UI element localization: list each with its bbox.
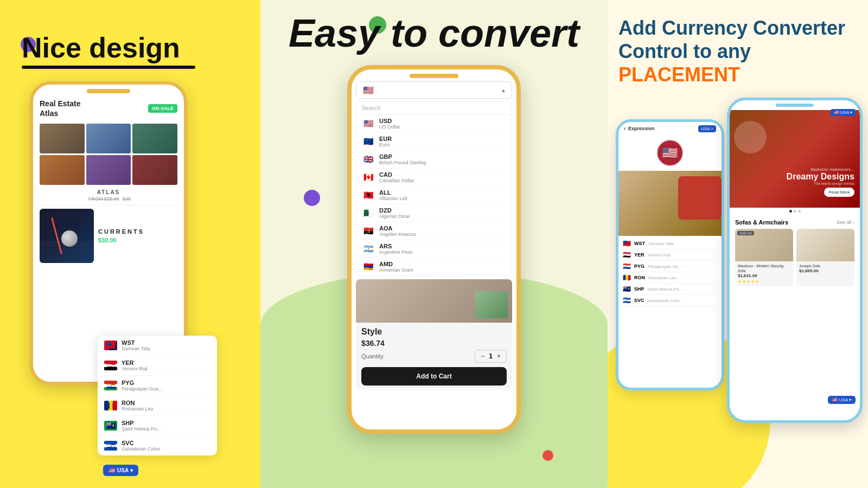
list-item-usd[interactable]: 🇺🇸 USD US Dollar xyxy=(356,115,512,133)
star-icon: ★ xyxy=(755,279,759,284)
yer-info: YER Yemeni Rial xyxy=(122,359,148,371)
sofa-image-1: Sold Out xyxy=(735,229,793,261)
currency-row-yer: 🇾🇪 YER Yemeni Rial xyxy=(98,356,217,376)
add-to-cart-button[interactable]: Add to Cart xyxy=(361,367,507,386)
sofa-card-1: Sold Out Maximus - Modern Slouchy Sofa $… xyxy=(735,229,793,286)
shp-name: Saint Helena Po... xyxy=(122,426,161,432)
yer-code: YER xyxy=(122,359,148,366)
panel1-title: Nice design xyxy=(22,33,195,69)
usa-button-right-top[interactable]: 🇺🇸 USA ▾ xyxy=(831,109,856,116)
chevron-up-icon: ▲ xyxy=(501,87,506,93)
name-pyg-small: Paraguayan Gu... xyxy=(648,264,682,269)
phone3-right-notch xyxy=(776,104,814,107)
code-pyg-small: PYG xyxy=(634,264,644,269)
back-arrow-icon[interactable]: ‹ xyxy=(624,125,626,132)
currency-list: Search 🇺🇸 USD US Dollar 🇪🇺 EUR Euro xyxy=(356,101,512,276)
bedroom-image-left xyxy=(618,171,722,236)
sofa-image-2 xyxy=(796,229,854,261)
list-item-aoa[interactable]: 🇦🇴 AOA Angolan Kwanza xyxy=(356,222,512,240)
cad-info: CAD Canadian Dollar xyxy=(379,171,414,183)
list-item-eur[interactable]: 🇪🇺 EUR Euro xyxy=(356,133,512,151)
dreamy-subtitle: The latest design trends xyxy=(787,182,854,185)
dot-3 xyxy=(798,210,801,213)
panel1: Nice design Real EstateAtlas ON SALE ATL… xyxy=(0,0,260,488)
currency-row-svc: 🇸🇻 SVC Salvadoran Colon xyxy=(98,436,217,455)
svc-name: Salvadoran Colon xyxy=(122,446,161,452)
see-all-link[interactable]: See all › xyxy=(837,220,854,225)
currency-list-small: 🇼🇸 WST Samoan Tala 🇾🇪 YER Yemeni Rial 🇵🇾… xyxy=(618,236,722,309)
atlas-price-old: $35 xyxy=(123,196,131,202)
currents-price-row: $30.00 xyxy=(98,237,177,243)
panel3-title: Add Currency Converter Control to any PL… xyxy=(618,16,857,87)
expression-label: Expression xyxy=(628,126,655,131)
quantity-decrease-button[interactable]: − xyxy=(481,352,484,360)
flag-svc: 🇸🇻 xyxy=(104,441,117,451)
currents-label: CURRENTS xyxy=(98,228,177,235)
list-item-dzd[interactable]: 🇩🇿 DZD Algerian Dinar xyxy=(356,204,512,222)
product-area: Style $36.74 Quantity − 1 + Add to Cart xyxy=(356,279,512,390)
wst-code: WST xyxy=(122,339,150,346)
flag-us-header: 🇺🇸 xyxy=(362,85,375,95)
all-info: ALL Albanian Lek xyxy=(379,189,407,201)
name-svc-small: Salvadoran Colo... xyxy=(648,298,684,303)
small-row-pyg: 🇵🇾 PYG Paraguayan Gu... xyxy=(623,261,717,272)
flag-all: 🇦🇱 xyxy=(362,190,375,200)
atlas-label: ATLAS xyxy=(40,189,177,195)
flag-usd: 🇺🇸 xyxy=(362,119,375,129)
phone3-right-mockup: 🇺🇸 USA ▾ Bedroom makeovers... Dreamy Des… xyxy=(727,98,863,423)
flag-cad: 🇨🇦 xyxy=(362,172,375,182)
ron-info: RON Romanian Leu xyxy=(122,400,154,412)
phone1-notch xyxy=(87,89,130,93)
search-box[interactable]: Search xyxy=(356,101,512,115)
currency-selector-header[interactable]: 🇺🇸 ▲ xyxy=(356,81,512,99)
usa-badge-left[interactable]: USA > xyxy=(698,125,716,132)
name-wst-small: Samoan Tala xyxy=(648,241,674,246)
code-yer-small: YER xyxy=(634,252,644,258)
atlas-cell xyxy=(40,124,85,153)
code-wst-small: WST xyxy=(634,241,645,246)
dot-1 xyxy=(789,210,792,213)
name-yer-small: Yemeni Rial xyxy=(648,253,671,258)
phone3-left-mockup: ‹ Expression USA > 🇺🇸 🇼🇸 WST Samoan Tala… xyxy=(616,119,724,390)
panel2-title: Easy to convert xyxy=(260,11,608,55)
read-more-button[interactable]: Read More xyxy=(824,188,854,197)
shp-info: SHP Saint Helena Po... xyxy=(122,420,161,432)
quantity-value: 1 xyxy=(489,352,493,360)
flag-ron-small: 🇷🇴 xyxy=(623,274,631,281)
gbp-info: GBP British Pound Sterling xyxy=(379,153,426,165)
aoa-info: AOA Angolan Kwanza xyxy=(379,225,416,237)
bedroom-pillow xyxy=(678,176,722,220)
product-style-title: Style xyxy=(361,327,507,337)
atlas-cell xyxy=(132,124,177,153)
pyg-name: Paraguayan Gua... xyxy=(122,386,163,391)
list-item-all[interactable]: 🇦🇱 ALL Albanian Lek xyxy=(356,187,512,204)
code-shp-small: SHP xyxy=(634,286,644,292)
quantity-control[interactable]: − 1 + xyxy=(475,350,507,363)
panel2: Easy to convert 🇺🇸 ▲ Search 🇺🇸 USD US Do… xyxy=(260,0,608,488)
sofa-card-2: Joseph Sofa $1,865.00 xyxy=(796,229,854,286)
dzd-info: DZD Algerian Dinar xyxy=(379,207,410,219)
svc-code: SVC xyxy=(122,440,161,446)
list-item-cad[interactable]: 🇨🇦 CAD Canadian Dollar xyxy=(356,169,512,187)
sofas-title: Sofas & Armchairs xyxy=(735,219,788,226)
list-item-amd[interactable]: 🇦🇲 AMD Armenian Dram xyxy=(356,258,512,275)
flag-shp: 🇸🇭 xyxy=(104,421,117,431)
usd-info: USD US Dollar xyxy=(379,118,400,130)
currency-dropdown1[interactable]: 🇼🇸 WST Samoan Tala 🇾🇪 YER Yemeni Rial 🇵🇾… xyxy=(98,336,217,455)
usa-button-panel1[interactable]: 🇺🇸 USA ▾ xyxy=(103,465,138,476)
atlas-cell xyxy=(40,155,85,185)
ars-info: ARS Argentine Peso xyxy=(379,243,413,255)
dreamy-banner: Bedroom makeovers... Dreamy Designs The … xyxy=(730,110,860,208)
small-row-shp: 🇸🇭 SHP Saint Helena Po... xyxy=(623,284,717,295)
list-item-ars[interactable]: 🇦🇷 ARS Argentine Peso xyxy=(356,240,512,258)
quantity-increase-button[interactable]: + xyxy=(497,352,501,360)
phone1-content: Real EstateAtlas ON SALE ATLAS FROM $25.… xyxy=(33,93,184,268)
star-rating-1: ★ ★ ★ ★ ★ xyxy=(738,279,790,284)
product-detail: Style $36.74 Quantity − 1 + Add to Cart xyxy=(356,323,512,390)
usa-button-bottom[interactable]: 🇺🇸 USA ▾ xyxy=(828,396,856,404)
flag-aoa: 🇦🇴 xyxy=(362,226,375,236)
quantity-row: Quantity − 1 + xyxy=(361,350,507,363)
pyg-info: PYG Paraguayan Gua... xyxy=(122,380,163,391)
list-item-gbp[interactable]: 🇬🇧 GBP British Pound Sterling xyxy=(356,151,512,169)
dot-indicator xyxy=(730,208,860,215)
